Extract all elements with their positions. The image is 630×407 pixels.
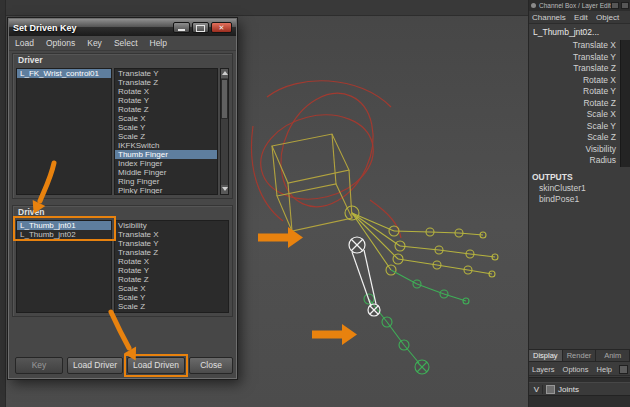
channel-value-field[interactable] [620, 121, 630, 133]
new-layer-icon[interactable] [619, 365, 628, 374]
scroll-up-icon[interactable] [221, 69, 228, 78]
channel-value-field[interactable] [620, 63, 630, 75]
tab-anim[interactable]: Anim [596, 350, 630, 361]
driver-attribute-item-selected[interactable]: Thumb Finger [115, 150, 217, 159]
channel-label[interactable]: Radius [529, 155, 620, 167]
dialog-titlebar[interactable]: Set Driven Key ✕ [9, 19, 236, 36]
key-button[interactable]: Key [15, 357, 63, 374]
driven-attribute-item[interactable]: Rotate Y [115, 266, 228, 275]
driver-attribute-item[interactable]: Translate Y [115, 69, 217, 78]
driver-attribute-list[interactable]: Translate Y Translate Z Rotate X Rotate … [114, 68, 218, 195]
driven-object-item[interactable]: L_Thumb_jnt02 [17, 230, 111, 239]
driver-attribute-item[interactable]: Ring Finger [115, 177, 217, 186]
driven-attribute-item[interactable]: Scale X [115, 284, 228, 293]
channel-row[interactable]: Scale Y [529, 121, 630, 133]
channel-row[interactable]: Scale X [529, 109, 630, 121]
channel-value-field[interactable] [620, 75, 630, 87]
driver-attribute-item[interactable]: Scale X [115, 114, 217, 123]
close-button[interactable]: Close [189, 357, 233, 374]
driven-attribute-item[interactable]: Translate Z [115, 248, 228, 257]
channel-value-field[interactable] [620, 40, 630, 52]
channel-label[interactable]: Translate Y [529, 52, 620, 64]
channel-label[interactable]: Scale Y [529, 121, 620, 133]
layer-row-joints[interactable]: V Joints [529, 382, 630, 396]
driver-object-item[interactable]: L_FK_Wrist_control01 [17, 69, 111, 78]
channel-value-field[interactable] [620, 109, 630, 121]
wrist-control-curve[interactable] [251, 79, 401, 238]
driver-attribute-item[interactable]: Scale Y [115, 123, 217, 132]
tab-display[interactable]: Display [529, 350, 563, 361]
channel-row[interactable]: Translate X [529, 40, 630, 52]
scroll-down-icon[interactable] [221, 185, 228, 194]
driver-attribute-item[interactable]: Middle Finger [115, 168, 217, 177]
menu-object[interactable]: Object [593, 13, 622, 22]
menu-help[interactable]: Help [144, 36, 173, 50]
lower-finger-skeleton[interactable] [364, 270, 469, 374]
driver-attribute-scrollbar[interactable] [220, 68, 229, 195]
driven-attribute-item[interactable]: Translate X [115, 230, 228, 239]
driver-object-list[interactable]: L_FK_Wrist_control01 [16, 68, 112, 195]
driver-attribute-item[interactable]: Scale Z [115, 132, 217, 141]
channel-row[interactable]: Rotate Z [529, 98, 630, 110]
channel-row[interactable]: Visibility [529, 144, 630, 156]
layer-name[interactable]: Joints [558, 385, 579, 394]
layer-color-swatch-icon[interactable] [546, 385, 555, 394]
channel-row[interactable]: Translate Y [529, 52, 630, 64]
menu-layer-options[interactable]: Options [560, 365, 592, 374]
driven-attribute-item[interactable]: Scale Z [115, 302, 228, 311]
driven-object-list[interactable]: L_Thumb_jnt01 L_Thumb_jnt02 [16, 220, 112, 313]
channel-label[interactable]: Rotate Y [529, 86, 620, 98]
menu-channels[interactable]: Channels [529, 13, 569, 22]
menu-load[interactable]: Load [9, 36, 40, 50]
channel-label[interactable]: Visibility [529, 144, 620, 156]
channel-row[interactable]: Translate Z [529, 63, 630, 75]
driver-attribute-item[interactable]: IKFKSwitch [115, 141, 217, 150]
channel-row[interactable]: Rotate X [529, 75, 630, 87]
minimize-icon[interactable] [173, 22, 190, 33]
channel-row[interactable]: Scale Z [529, 132, 630, 144]
driven-attribute-item[interactable]: Scale Y [115, 293, 228, 302]
driven-attribute-list[interactable]: Visibility Translate X Translate Y Trans… [114, 220, 229, 313]
driver-attribute-item[interactable]: Index Finger [115, 159, 217, 168]
channel-label[interactable]: Scale X [529, 109, 620, 121]
output-node[interactable]: skinCluster1 [529, 183, 630, 194]
channel-value-field[interactable] [620, 98, 630, 110]
panel-toggle-icon[interactable] [611, 2, 619, 9]
channel-value-field[interactable] [620, 86, 630, 98]
selected-thumb-skeleton[interactable] [349, 237, 380, 316]
selected-object-name[interactable]: L_Thumb_jnt02... [533, 27, 630, 37]
output-node[interactable]: bindPose1 [529, 194, 630, 205]
driven-attribute-item[interactable]: Rotate X [115, 257, 228, 266]
channel-value-field[interactable] [620, 144, 630, 156]
menu-key[interactable]: Key [81, 36, 108, 50]
scrollbar-thumb[interactable] [221, 79, 228, 119]
menu-options[interactable]: Options [40, 36, 81, 50]
channel-label[interactable]: Rotate X [529, 75, 620, 87]
channel-value-field[interactable] [620, 132, 630, 144]
driver-attribute-item[interactable]: Translate Z [115, 78, 217, 87]
panel-collapse-icon[interactable] [621, 2, 629, 9]
driven-attribute-item[interactable]: Rotate Z [115, 275, 228, 284]
channel-row[interactable]: Rotate Y [529, 86, 630, 98]
driven-attribute-item[interactable]: Translate Y [115, 239, 228, 248]
driven-attribute-item[interactable]: Visibility [115, 221, 228, 230]
load-driven-button[interactable]: Load Driven [127, 357, 185, 374]
close-icon[interactable]: ✕ [211, 22, 232, 33]
driven-object-item-selected[interactable]: L_Thumb_jnt01 [17, 221, 111, 230]
menu-layer-help[interactable]: Help [594, 365, 615, 374]
maximize-icon[interactable] [192, 22, 209, 33]
channel-row[interactable]: Radius [529, 155, 630, 167]
load-driver-button[interactable]: Load Driver [67, 357, 123, 374]
menu-layers[interactable]: Layers [529, 365, 558, 374]
menu-select[interactable]: Select [108, 36, 144, 50]
channel-value-field[interactable] [620, 52, 630, 64]
driver-attribute-item[interactable]: Rotate Y [115, 96, 217, 105]
driver-attribute-item[interactable]: Pinky Finger [115, 186, 217, 195]
channel-value-field[interactable] [620, 155, 630, 167]
layer-visibility-toggle[interactable]: V [531, 385, 543, 394]
menu-edit[interactable]: Edit [571, 13, 591, 22]
driver-attribute-item[interactable]: Rotate X [115, 87, 217, 96]
scrollbar-track[interactable] [221, 120, 228, 185]
channel-label[interactable]: Scale Z [529, 132, 620, 144]
driver-attribute-item[interactable]: Rotate Z [115, 105, 217, 114]
